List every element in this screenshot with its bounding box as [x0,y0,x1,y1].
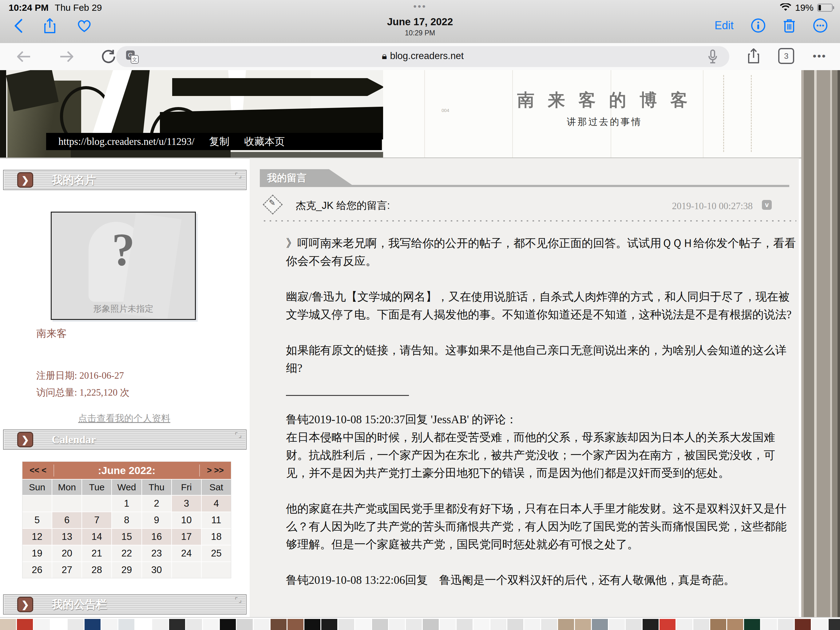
calendar-day-cell[interactable]: 2 [142,495,171,511]
filmstrip-thumbnail[interactable] [795,619,811,630]
filmstrip-thumbnail[interactable] [541,619,557,630]
calendar-day-cell[interactable]: 28 [82,562,111,578]
filmstrip-thumbnail[interactable] [744,619,760,630]
url-text[interactable]: 🔒︎blog.creaders.net [116,51,729,62]
filmstrip-thumbnail[interactable] [372,619,388,630]
more-options-icon[interactable] [813,18,828,33]
filmstrip-thumbnail[interactable] [135,619,151,630]
edit-button[interactable]: Edit [715,19,734,32]
filmstrip-thumbnail[interactable] [220,619,236,630]
calendar-day-cell[interactable]: 14 [82,529,111,545]
filmstrip-thumbnail[interactable] [305,619,321,630]
browser-more-icon[interactable]: ••• [813,50,826,62]
filmstrip-thumbnail[interactable] [321,619,337,630]
filmstrip-thumbnail[interactable] [355,619,371,630]
calendar-day-cell[interactable]: 3 [172,495,201,511]
calendar-day-cell[interactable]: 13 [52,529,82,545]
filmstrip-thumbnail[interactable] [490,619,507,630]
filmstrip-thumbnail[interactable] [829,619,840,630]
calendar-day-cell[interactable]: 25 [202,545,231,561]
filmstrip-thumbnail[interactable] [152,619,168,630]
calendar-day-cell[interactable]: 7 [82,512,111,528]
filmstrip-thumbnail[interactable] [169,619,185,630]
filmstrip-thumbnail[interactable] [558,619,574,630]
trash-icon[interactable] [783,18,796,33]
page-share-icon[interactable] [747,48,760,64]
filmstrip-thumbnail[interactable] [676,619,692,630]
calendar-day-cell[interactable]: 22 [112,545,141,561]
calendar-day-cell[interactable]: 30 [142,562,171,578]
filmstrip-thumbnail[interactable] [338,619,354,630]
calendar-day-cell[interactable]: 1 [112,495,141,511]
calendar-day-cell [22,495,52,511]
reload-icon[interactable] [101,49,116,65]
filmstrip-thumbnail[interactable] [118,619,134,630]
calendar-day-cell[interactable]: 11 [202,512,231,528]
filmstrip-thumbnail[interactable] [778,619,794,630]
calendar-day-cell[interactable]: 19 [22,545,52,561]
calendar-day-cell[interactable]: 12 [22,529,52,545]
filmstrip-thumbnail[interactable] [101,619,117,630]
profile-link[interactable]: 点击查看我的个人资料 [3,412,245,425]
filmstrip-thumbnail[interactable] [186,619,202,630]
filmstrip-thumbnail[interactable] [389,619,405,630]
calendar-day-cell[interactable]: 26 [22,562,52,578]
filmstrip-thumbnail[interactable] [575,619,591,630]
filmstrip-thumbnail[interactable] [34,619,50,630]
browser-forward-icon[interactable] [58,49,74,64]
filmstrip-thumbnail[interactable] [237,619,253,630]
filmstrip-thumbnail[interactable] [254,619,270,630]
filmstrip-thumbnail[interactable] [761,619,777,630]
bookmark-page-link[interactable]: 收藏本页 [244,135,285,149]
tabs-icon[interactable]: 3 [778,48,794,64]
calendar-day-cell[interactable]: 29 [112,562,141,578]
filmstrip-thumbnail[interactable] [660,619,676,630]
calendar-prev-button[interactable]: << < [22,466,54,475]
filmstrip-thumbnail[interactable] [727,619,743,630]
calendar-day-cell[interactable]: 4 [202,495,231,511]
calendar-day-cell[interactable]: 18 [202,529,231,545]
filmstrip-thumbnail[interactable] [524,619,540,630]
filmstrip-thumbnail[interactable] [812,619,828,630]
filmstrip-thumbnail[interactable] [693,619,709,630]
calendar-next-button[interactable]: > >> [200,466,231,475]
calendar-day-cell[interactable]: 17 [172,529,201,545]
calendar-day-cell[interactable]: 20 [52,545,82,561]
filmstrip-thumbnail[interactable] [406,619,422,630]
filmstrip-thumbnail[interactable] [474,619,489,630]
filmstrip-thumbnail[interactable] [0,619,16,630]
calendar-day-cell[interactable]: 9 [142,512,171,528]
filmstrip-thumbnail[interactable] [643,619,658,630]
filmstrip-thumbnail[interactable] [710,619,726,630]
filmstrip-thumbnail[interactable] [203,619,219,630]
filmstrip-thumbnail[interactable] [592,619,608,630]
filmstrip-thumbnail[interactable] [271,619,287,630]
mic-icon[interactable] [707,49,718,65]
calendar-day-cell[interactable]: 23 [142,545,171,561]
filmstrip-thumbnail[interactable] [51,619,67,630]
copy-link[interactable]: 复制 [209,135,229,149]
calendar-day-cell[interactable]: 10 [172,512,201,528]
filmstrip-thumbnail[interactable] [17,619,33,630]
filmstrip-thumbnail[interactable] [68,619,84,630]
browser-back-icon[interactable] [16,49,32,64]
filmstrip-thumbnail[interactable] [440,619,456,630]
calendar-day-cell[interactable]: 8 [112,512,141,528]
filmstrip-thumbnail[interactable] [456,619,472,630]
calendar-day-cell[interactable]: 16 [142,529,171,545]
blog-title: 南 来 客 的 博 客 [383,89,813,112]
filmstrip-thumbnail[interactable] [85,619,101,630]
calendar-day-cell[interactable]: 24 [172,545,201,561]
calendar-day-cell[interactable]: 5 [22,512,52,528]
calendar-day-cell[interactable]: 6 [52,512,82,528]
collapse-message-button[interactable]: v [762,200,772,210]
filmstrip-thumbnail[interactable] [626,619,642,630]
filmstrip-thumbnail[interactable] [609,619,625,630]
calendar-day-cell[interactable]: 27 [52,562,82,578]
filmstrip-thumbnail[interactable] [287,619,303,630]
calendar-day-cell[interactable]: 15 [112,529,141,545]
calendar-day-cell[interactable]: 21 [82,545,111,561]
filmstrip-thumbnail[interactable] [507,619,523,630]
info-icon[interactable] [751,18,766,33]
filmstrip-thumbnail[interactable] [423,619,439,630]
